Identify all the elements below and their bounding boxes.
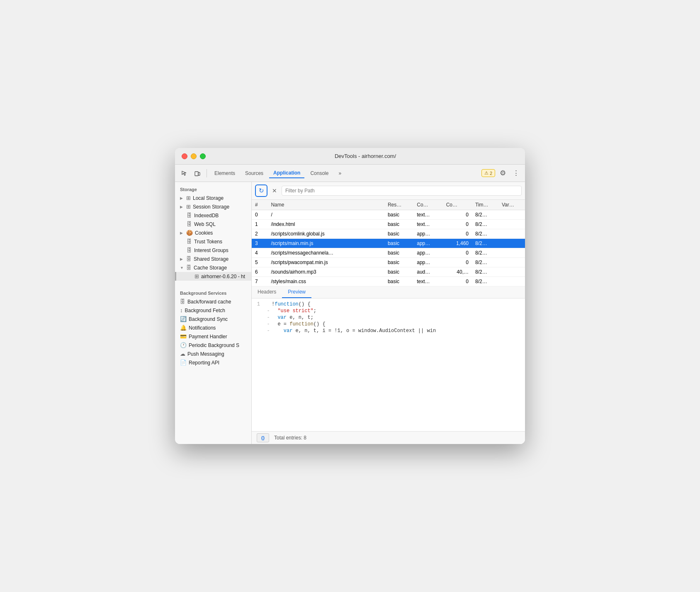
content-area: ↻ ✕ # Name Res… Co… Co… Tim… V bbox=[252, 182, 525, 444]
filter-input[interactable] bbox=[282, 186, 522, 196]
cell-co1: app… bbox=[413, 258, 442, 267]
device-toggle-button[interactable] bbox=[192, 167, 203, 179]
cache-storage-label: Cache Storage bbox=[194, 265, 227, 271]
sidebar-item-interest-groups[interactable]: 🗄 Interest Groups bbox=[175, 246, 251, 255]
sidebar-item-cookies[interactable]: ▶ 🍪 Cookies bbox=[175, 228, 251, 237]
toolbar-separator bbox=[207, 169, 207, 177]
sidebar-item-push-messaging[interactable]: ☁ Push Messaging bbox=[175, 349, 251, 358]
tab-preview[interactable]: Preview bbox=[282, 286, 311, 298]
sidebar-item-back-forward[interactable]: 🗄 Back/forward cache bbox=[175, 297, 251, 306]
col-header-co2[interactable]: Co… bbox=[443, 200, 472, 210]
cell-var bbox=[498, 258, 525, 267]
tab-sources[interactable]: Sources bbox=[241, 169, 267, 178]
line-number bbox=[252, 308, 265, 314]
sidebar-item-indexed-db[interactable]: 🗄 IndexedDB bbox=[175, 211, 251, 220]
cell-name: /scripts/main.min.js bbox=[267, 239, 384, 248]
cell-num: 0 bbox=[252, 210, 267, 220]
toolbar: Elements Sources Application Console » ⚠… bbox=[175, 165, 525, 182]
cell-var bbox=[498, 220, 525, 229]
cell-res: basic bbox=[384, 267, 413, 277]
tab-headers[interactable]: Headers bbox=[252, 286, 282, 298]
cell-co1: text… bbox=[413, 210, 442, 220]
chevron-right-icon: ▶ bbox=[180, 196, 184, 200]
local-storage-icon: ⊞ bbox=[186, 195, 191, 201]
sidebar-item-bg-fetch[interactable]: ↕ Background Fetch bbox=[175, 306, 251, 315]
warning-icon: ⚠ bbox=[484, 170, 489, 176]
table-header-row: # Name Res… Co… Co… Tim… Var… bbox=[252, 200, 525, 210]
settings-button[interactable]: ⚙ bbox=[497, 167, 508, 179]
cell-co1: text… bbox=[413, 220, 442, 229]
col-header-res[interactable]: Res… bbox=[384, 200, 413, 210]
table-row[interactable]: 1 /index.html basic text… 0 8/2… bbox=[252, 220, 525, 229]
cell-num: 2 bbox=[252, 229, 267, 239]
col-header-co1[interactable]: Co… bbox=[413, 200, 442, 210]
svg-rect-1 bbox=[198, 172, 200, 175]
inspect-element-button[interactable] bbox=[178, 167, 190, 179]
sidebar-item-web-sql[interactable]: 🗄 Web SQL bbox=[175, 220, 251, 228]
col-header-var[interactable]: Var… bbox=[498, 200, 525, 210]
table-row[interactable]: 0 / basic text… 0 8/2… bbox=[252, 210, 525, 220]
tab-more[interactable]: » bbox=[334, 169, 345, 178]
code-content: var e, n, t; bbox=[272, 315, 314, 320]
refresh-button[interactable]: ↻ bbox=[255, 184, 267, 197]
tab-console[interactable]: Console bbox=[306, 169, 333, 178]
pretty-print-button[interactable]: {} bbox=[257, 433, 269, 442]
sidebar-item-session-storage[interactable]: ▶ ⊞ Session Storage bbox=[175, 202, 251, 211]
maximize-button[interactable] bbox=[200, 153, 206, 159]
sidebar-item-shared-storage[interactable]: ▶ 🗄 Shared Storage bbox=[175, 255, 251, 263]
table-row[interactable]: 7 /styles/main.css basic text… 0 8/2… bbox=[252, 277, 525, 286]
table-row[interactable]: 5 /scripts/pwacompat.min.js basic app… 0… bbox=[252, 258, 525, 267]
cell-co2: 0 bbox=[443, 258, 472, 267]
col-header-name[interactable]: Name bbox=[267, 200, 384, 210]
close-button[interactable] bbox=[182, 153, 187, 159]
cell-co2: 40,… bbox=[443, 267, 472, 277]
code-content: var e, n, t, i = !1, o = window.AudioCon… bbox=[272, 328, 436, 334]
interest-groups-label: Interest Groups bbox=[194, 247, 228, 253]
sidebar: Storage ▶ ⊞ Local Storage ▶ ⊞ Session St… bbox=[175, 182, 252, 444]
storage-section-title: Storage bbox=[175, 184, 251, 194]
cell-num: 3 bbox=[252, 239, 267, 248]
bg-sync-icon: 🔄 bbox=[180, 316, 187, 322]
sidebar-item-periodic-bg[interactable]: 🕐 Periodic Background S bbox=[175, 341, 251, 349]
title-bar: DevTools - airhorner.com/ bbox=[175, 148, 525, 165]
tab-application[interactable]: Application bbox=[269, 168, 304, 178]
preview-tabs: Headers Preview bbox=[252, 286, 525, 298]
cell-co2: 0 bbox=[443, 248, 472, 258]
notifications-icon: 🔔 bbox=[180, 325, 187, 331]
table-row[interactable]: 4 /scripts/messagechannela… basic app… 0… bbox=[252, 248, 525, 258]
table-row[interactable]: 6 /sounds/airhorn.mp3 basic aud… 40,… 8/… bbox=[252, 267, 525, 277]
bottom-bar: {} Total entries: 8 bbox=[252, 431, 525, 444]
periodic-bg-label: Periodic Background S bbox=[189, 342, 239, 348]
tab-elements[interactable]: Elements bbox=[210, 169, 239, 178]
sidebar-item-reporting-api[interactable]: 📄 Reporting API bbox=[175, 358, 251, 367]
col-header-num[interactable]: # bbox=[252, 200, 267, 210]
cookies-icon: 🍪 bbox=[186, 230, 193, 236]
bg-fetch-icon: ↕ bbox=[180, 307, 183, 313]
sidebar-item-cache-entry[interactable]: ⊞ airhorner-0.6.20 - ht bbox=[175, 272, 251, 281]
warning-badge[interactable]: ⚠ 2 bbox=[481, 169, 495, 177]
minimize-button[interactable] bbox=[191, 153, 197, 159]
cell-co2: 1,460 bbox=[443, 239, 472, 248]
sidebar-item-payment-handler[interactable]: 💳 Payment Handler bbox=[175, 332, 251, 341]
more-options-button[interactable]: ⋮ bbox=[510, 167, 522, 179]
chevron-right-icon: ▶ bbox=[180, 205, 184, 209]
sidebar-item-notifications[interactable]: 🔔 Notifications bbox=[175, 323, 251, 332]
cell-var bbox=[498, 248, 525, 258]
sidebar-item-bg-sync[interactable]: 🔄 Background Sync bbox=[175, 315, 251, 323]
table-row[interactable]: 3 /scripts/main.min.js basic app… 1,460 … bbox=[252, 239, 525, 248]
cell-co2: 0 bbox=[443, 229, 472, 239]
filter-bar: ↻ ✕ bbox=[252, 182, 525, 200]
sidebar-item-trust-tokens[interactable]: 🗄 Trust Tokens bbox=[175, 237, 251, 246]
sidebar-item-cache-storage[interactable]: ▼ 🗄 Cache Storage bbox=[175, 263, 251, 272]
sidebar-item-local-storage[interactable]: ▶ ⊞ Local Storage bbox=[175, 194, 251, 202]
line-dash: - bbox=[265, 308, 272, 314]
col-header-tim[interactable]: Tim… bbox=[472, 200, 498, 210]
clear-filter-button[interactable]: ✕ bbox=[269, 185, 280, 196]
table-row[interactable]: 2 /scripts/comlink.global.js basic app… … bbox=[252, 229, 525, 239]
code-preview: 1 !function() { - "use strict"; - var e,… bbox=[252, 298, 525, 431]
code-content: !function() { bbox=[272, 301, 311, 307]
traffic-lights bbox=[182, 153, 206, 159]
cell-tim: 8/2… bbox=[472, 267, 498, 277]
code-line-2: - "use strict"; bbox=[252, 308, 525, 314]
cell-num: 4 bbox=[252, 248, 267, 258]
